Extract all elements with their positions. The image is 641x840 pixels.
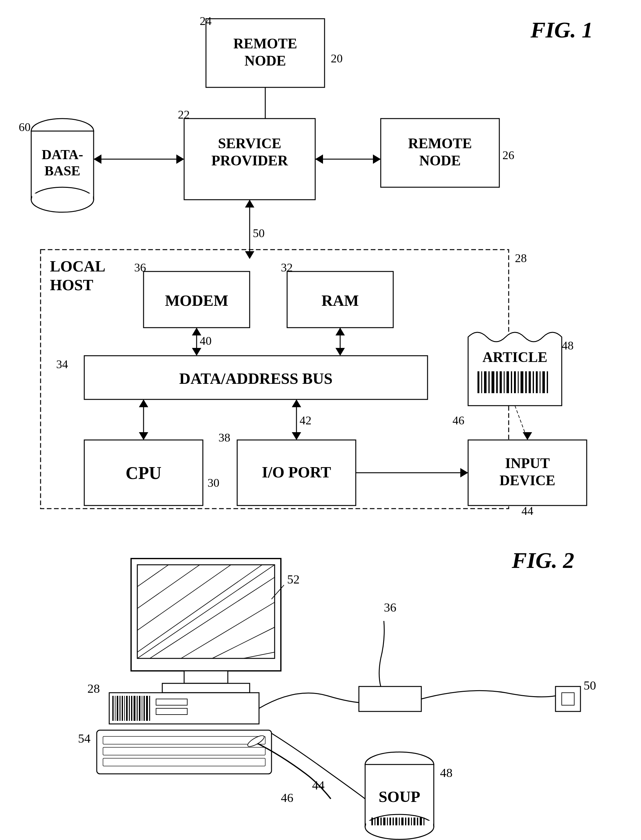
remote-node-24-label2: NODE [245, 53, 286, 69]
svg-rect-92 [399, 817, 400, 826]
database-body [31, 131, 93, 200]
ref-50-fig1: 50 [253, 227, 265, 240]
service-provider-label2: PROVIDER [211, 153, 288, 169]
remote-node-26-box [381, 119, 499, 187]
ref-42: 42 [300, 414, 311, 427]
svg-rect-41 [536, 371, 538, 393]
ref-36: 36 [134, 261, 146, 274]
ref-20: 20 [331, 52, 343, 65]
svg-rect-31 [499, 371, 502, 393]
ref-28-fig2: 28 [87, 681, 100, 695]
svg-line-49 [137, 565, 231, 630]
svg-rect-68 [129, 696, 130, 721]
svg-rect-89 [390, 817, 391, 826]
ref-26: 26 [502, 148, 514, 162]
svg-rect-93 [401, 817, 404, 826]
svg-line-55 [243, 652, 275, 658]
svg-rect-25 [477, 371, 479, 393]
svg-rect-95 [408, 817, 409, 826]
database-bottom-ellipse [31, 187, 93, 212]
svg-marker-12 [192, 348, 201, 356]
svg-rect-36 [518, 371, 519, 393]
svg-rect-60 [156, 708, 187, 714]
monitor-outer [131, 558, 281, 671]
svg-rect-74 [143, 696, 145, 721]
svg-rect-61 [112, 696, 114, 721]
svg-rect-91 [395, 817, 397, 826]
svg-marker-18 [139, 399, 148, 407]
svg-rect-35 [514, 371, 516, 393]
svg-rect-32 [504, 371, 505, 393]
data-bus-label: DATA/ADDRESS BUS [179, 370, 332, 387]
svg-rect-85 [377, 817, 379, 826]
svg-marker-7 [315, 154, 323, 164]
svg-rect-33 [506, 371, 509, 393]
ref-40: 40 [200, 334, 212, 347]
svg-rect-94 [405, 817, 406, 826]
ref-60: 60 [19, 121, 31, 134]
local-host-label: LOCAL [50, 257, 105, 275]
ref-22: 22 [178, 108, 190, 121]
remote-node-24-label: REMOTE [234, 35, 297, 51]
svg-rect-87 [383, 817, 385, 826]
data-bus-box [84, 356, 428, 399]
svg-rect-70 [134, 696, 135, 721]
svg-rect-67 [126, 696, 128, 721]
remote-node-24-box [206, 19, 325, 87]
svg-rect-30 [496, 371, 498, 393]
svg-marker-4 [93, 154, 101, 164]
svg-rect-97 [414, 817, 416, 826]
svg-rect-26 [481, 371, 482, 393]
monitor-screen [137, 565, 275, 658]
svg-rect-80 [562, 693, 574, 705]
svg-line-58 [272, 585, 284, 599]
svg-rect-28 [488, 371, 490, 393]
ref-32: 32 [281, 261, 293, 274]
svg-rect-38 [525, 371, 527, 393]
ref-44: 44 [522, 504, 533, 517]
svg-rect-100 [424, 817, 424, 826]
ref-48-fig1: 48 [562, 339, 573, 352]
input-device-label1: INPUT [505, 455, 549, 471]
svg-line-47 [137, 565, 169, 587]
svg-rect-44 [547, 371, 548, 393]
service-provider-label1: SERVICE [218, 135, 282, 151]
ref-34: 34 [56, 357, 68, 371]
svg-rect-43 [543, 371, 545, 393]
svg-rect-56 [184, 671, 228, 683]
svg-rect-27 [484, 371, 486, 393]
svg-rect-96 [411, 817, 412, 826]
page: { "fig1": { "label": "FIG. 1", "nodes": … [0, 0, 641, 840]
can-label: SOUP [378, 788, 420, 805]
svg-rect-40 [533, 371, 534, 393]
can-bottom-ellipse [365, 814, 434, 839]
svg-rect-76 [149, 696, 150, 721]
ref-46-fig1: 46 [453, 414, 464, 427]
svg-marker-13 [192, 328, 201, 335]
modem-box [143, 272, 250, 328]
svg-rect-88 [387, 817, 388, 826]
svg-rect-29 [491, 371, 494, 393]
input-device-label2: DEVICE [499, 472, 556, 488]
phone-jack [556, 687, 580, 711]
svg-line-45 [515, 406, 527, 439]
svg-rect-79 [103, 758, 265, 766]
ref-50-fig2: 50 [584, 678, 596, 692]
svg-rect-84 [374, 817, 375, 826]
ram-box [287, 272, 393, 328]
modem-label: MODEM [165, 292, 229, 309]
svg-rect-98 [417, 817, 418, 826]
remote-node-26-label2: NODE [419, 153, 461, 169]
svg-rect-66 [124, 696, 125, 721]
ref-36-fig2: 36 [384, 600, 396, 615]
svg-line-52 [150, 577, 275, 658]
svg-rect-63 [117, 696, 118, 721]
fig2-label: FIG. 2 [512, 548, 574, 573]
svg-rect-65 [122, 696, 123, 721]
fig1-label: FIG. 1 [530, 18, 593, 42]
io-port-label: I/O PORT [262, 463, 331, 481]
svg-rect-72 [139, 696, 140, 721]
svg-rect-77 [103, 736, 265, 744]
svg-line-48 [137, 565, 200, 608]
svg-marker-1 [261, 120, 270, 128]
